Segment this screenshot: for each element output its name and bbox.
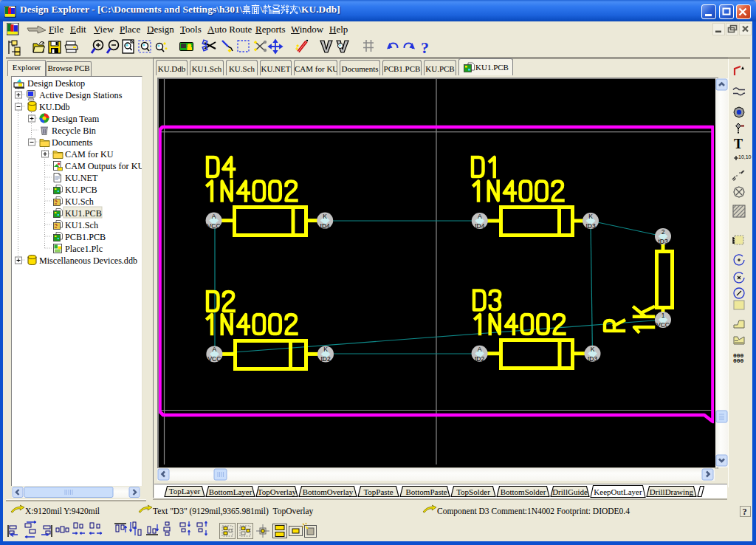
svg-text:BottomPaste: BottomPaste: [405, 487, 447, 496]
svg-text:KU.Sch: KU.Sch: [65, 196, 94, 207]
svg-text:PCB1.PCB: PCB1.PCB: [65, 232, 106, 242]
svg-text:K: K: [323, 213, 327, 220]
svg-text:KeepOutLayer: KeepOutLayer: [594, 487, 642, 496]
svg-text:TopSolder: TopSolder: [456, 487, 490, 496]
svg-text:A: A: [478, 213, 482, 220]
svg-text:K: K: [588, 213, 593, 220]
svg-text:KU1.PCB: KU1.PCB: [65, 208, 102, 219]
svg-text:KU.Ddb: KU.Ddb: [39, 102, 70, 112]
svg-text:BottomSolder: BottomSolder: [501, 487, 546, 496]
svg-text:Place1.Plc: Place1.Plc: [65, 244, 103, 254]
svg-text:1: 1: [662, 312, 665, 319]
svg-text:000: 000: [733, 357, 744, 364]
svg-text:A: A: [213, 346, 217, 353]
svg-text:?: ?: [421, 38, 429, 57]
svg-text:Design Team: Design Team: [52, 114, 100, 124]
svg-text:K: K: [591, 346, 595, 353]
svg-text:A: A: [478, 346, 482, 353]
svg-text:tD4: tD4: [475, 222, 485, 230]
svg-text:DrillGuide: DrillGuide: [552, 487, 588, 496]
svg-text:tD2: tD2: [475, 355, 485, 363]
svg-text:tD3: tD3: [585, 222, 596, 230]
svg-text:Documents: Documents: [52, 137, 93, 148]
svg-text:CAM Outputs for KU: CAM Outputs for KU: [65, 161, 142, 171]
svg-text:Recycle Bin: Recycle Bin: [52, 126, 96, 136]
svg-text:Text "D3" (9129mil,9365.981mil: Text "D3" (9129mil,9365.981mil) TopOverl…: [153, 507, 314, 516]
svg-text:?: ?: [743, 507, 747, 517]
svg-text:VCC: VCC: [207, 355, 221, 363]
svg-text:KU1.Sch: KU1.Sch: [65, 220, 98, 230]
svg-text:10,10: 10,10: [738, 154, 752, 160]
svg-text:tD3: tD3: [658, 238, 668, 245]
svg-text:Miscellaneous Devices.ddb: Miscellaneous Devices.ddb: [39, 256, 137, 266]
svg-text:KU.PCB: KU.PCB: [65, 185, 97, 195]
svg-text:2: 2: [662, 228, 665, 236]
svg-text:BottomLayer: BottomLayer: [209, 487, 252, 496]
svg-text:K: K: [323, 346, 328, 353]
svg-text:VCC: VCC: [656, 321, 670, 329]
svg-text:A: A: [212, 213, 216, 220]
svg-text:TopPaste: TopPaste: [363, 487, 393, 496]
svg-text:TopLayer: TopLayer: [169, 487, 201, 496]
svg-text:VCC: VCC: [207, 222, 221, 230]
svg-text:tD4: tD4: [320, 222, 331, 230]
svg-text:DrillDrawing: DrillDrawing: [650, 487, 694, 496]
svg-text:Design Desktop: Design Desktop: [27, 78, 85, 89]
svg-text:X:9120mil Y:9420mil: X:9120mil Y:9420mil: [25, 507, 100, 515]
svg-text:TopOverlay: TopOverlay: [258, 487, 297, 496]
svg-text:tD2: tD2: [320, 355, 331, 363]
svg-text:Component D3 Comment:1N4002 Fo: Component D3 Comment:1N4002 Footprint: D…: [437, 507, 630, 516]
svg-text:T: T: [734, 137, 743, 151]
svg-text:BottomOverlay: BottomOverlay: [303, 487, 354, 496]
svg-text:Active Design Stations: Active Design Stations: [39, 90, 123, 100]
svg-text:KU.NET: KU.NET: [65, 173, 98, 183]
svg-text:CAM for KU: CAM for KU: [65, 149, 114, 160]
svg-text:tD3: tD3: [588, 355, 598, 363]
